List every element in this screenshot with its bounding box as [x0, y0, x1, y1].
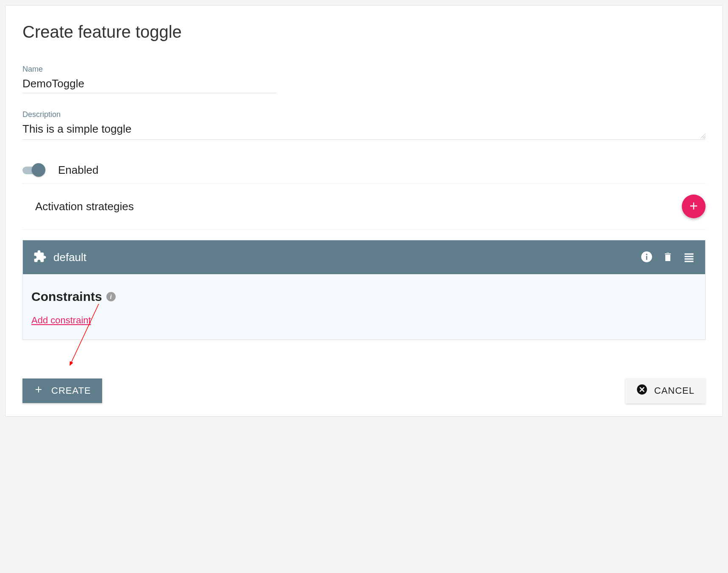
strategy-name: default — [53, 251, 86, 264]
page-title: Create feature toggle — [22, 22, 706, 42]
name-input[interactable] — [22, 75, 277, 93]
cancel-icon — [636, 384, 647, 398]
info-icon — [641, 251, 653, 264]
create-toggle-card: Create feature toggle Name Description E… — [5, 5, 723, 417]
trash-icon — [663, 251, 673, 264]
footer-actions: CREATE CANCEL — [22, 378, 706, 403]
add-constraint-link[interactable]: Add constraint — [31, 315, 91, 326]
description-input[interactable] — [22, 121, 706, 138]
constraints-info-icon[interactable]: i — [106, 292, 116, 301]
svg-rect-7 — [685, 256, 694, 257]
strategy-body: Constraints i Add constraint — [23, 274, 705, 339]
plus-icon — [688, 200, 700, 213]
reorder-icon — [683, 251, 695, 264]
cancel-button[interactable]: CANCEL — [625, 378, 706, 403]
strategy-header: default — [23, 240, 705, 274]
svg-point-5 — [646, 253, 647, 255]
strategy-info-button[interactable] — [641, 251, 653, 264]
svg-rect-6 — [685, 253, 694, 254]
activation-strategies-title: Activation strategies — [35, 200, 134, 213]
create-button[interactable]: CREATE — [22, 378, 102, 403]
constraints-title: Constraints — [31, 289, 102, 304]
description-field: Description — [22, 110, 706, 140]
strategy-card: default — [22, 240, 706, 340]
enabled-row: Enabled — [22, 157, 706, 184]
svg-rect-8 — [685, 258, 694, 259]
name-label: Name — [22, 65, 706, 74]
plus-icon — [33, 384, 44, 397]
strategy-delete-button[interactable] — [663, 251, 673, 264]
add-strategy-button[interactable] — [682, 195, 706, 218]
enabled-switch[interactable] — [22, 163, 46, 177]
strategy-reorder-button[interactable] — [683, 251, 695, 264]
description-label: Description — [22, 110, 706, 119]
activation-header: Activation strategies — [22, 184, 706, 230]
svg-rect-4 — [646, 256, 647, 259]
puzzle-icon — [33, 250, 47, 265]
name-field: Name — [22, 65, 706, 93]
create-button-label: CREATE — [51, 385, 91, 396]
strategy-actions — [641, 251, 695, 264]
cancel-button-label: CANCEL — [654, 385, 695, 396]
svg-rect-9 — [685, 261, 694, 262]
enabled-label: Enabled — [58, 164, 98, 177]
